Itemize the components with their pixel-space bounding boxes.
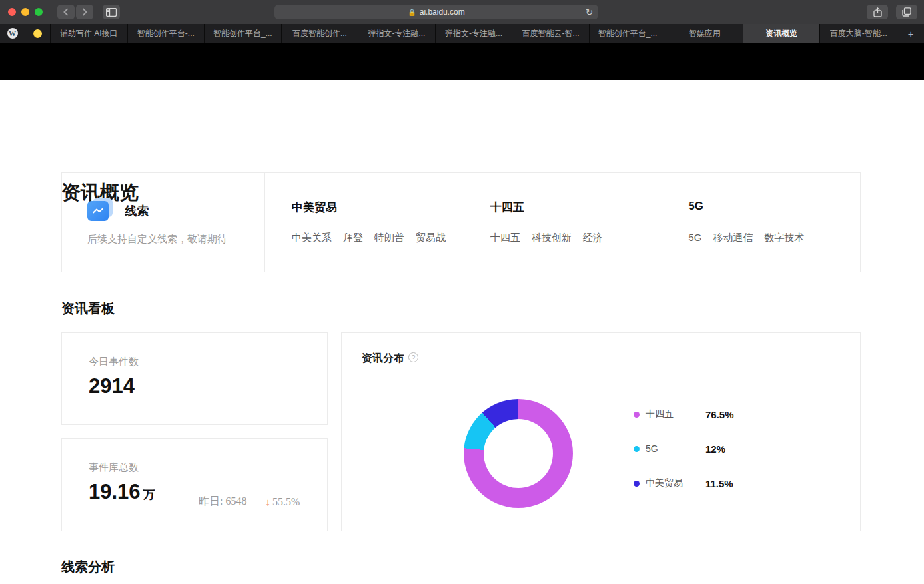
legend-label: 中美贸易: [646, 477, 705, 489]
tab-8[interactable]: 智媒应用: [666, 24, 743, 43]
chart-title: 资讯分布?: [362, 352, 418, 366]
legend-row: 中美贸易 11.5%: [634, 477, 787, 490]
back-button[interactable]: [57, 5, 75, 19]
clue-card-title: 线索: [125, 203, 149, 219]
legend-row: 十四五 76.5%: [634, 408, 787, 421]
analysis-section-title: 线索分析: [61, 558, 115, 576]
stat-label: 今日事件数: [89, 356, 139, 368]
wordpress-icon: W: [7, 28, 18, 39]
tab-label: 百度智能创作...: [292, 28, 347, 39]
tab-overview-button[interactable]: [896, 5, 917, 19]
help-icon[interactable]: ?: [408, 352, 418, 362]
topic-title: 5G: [688, 200, 860, 213]
topic-card-shisiwu[interactable]: 十四五 十四五 科技创新 经济: [464, 173, 662, 272]
stat-value: 2914: [89, 374, 135, 398]
topic-tag: 科技创新: [532, 232, 572, 244]
topic-tag: 数字技术: [764, 232, 804, 244]
pinned-tab-favicon[interactable]: [25, 24, 51, 43]
tab-4[interactable]: 弹指文-专注融...: [358, 24, 436, 43]
tab-active-zixun-gailan[interactable]: 资讯概览: [743, 24, 821, 43]
legend-dot: [634, 412, 640, 418]
app-header: 资讯概览: [0, 43, 924, 80]
lock-icon: 🔒: [408, 9, 416, 16]
chart-title-text: 资讯分布: [362, 352, 404, 364]
tab-label: 智能创作平台_...: [213, 28, 272, 39]
tab-0[interactable]: 辅助写作 AI接口: [51, 24, 128, 43]
topic-tag: 中美关系: [292, 232, 332, 244]
legend-label: 十四五: [646, 408, 705, 420]
traffic-lights: [8, 8, 43, 16]
legend-dot: [634, 481, 640, 487]
tab-1[interactable]: 智能创作平台-...: [128, 24, 205, 43]
tab-6[interactable]: 百度智能云-智...: [512, 24, 590, 43]
stat-value: 19.16万: [89, 480, 155, 504]
dashboard-section-title: 资讯看板: [61, 300, 115, 318]
chevron-left-icon: [63, 8, 69, 16]
new-tab-button[interactable]: +: [897, 24, 924, 43]
tab-5[interactable]: 弹指文-专注融...: [436, 24, 513, 43]
topic-tag: 经济: [583, 232, 603, 244]
page-content: 资讯概览 线索 后续支持自定义线索，敬请期待 中美贸易 中美关系 拜登 特朗普 …: [0, 80, 924, 584]
yellow-dot-favicon: [33, 29, 42, 38]
reload-icon[interactable]: ↻: [586, 7, 593, 17]
legend-value: 12%: [705, 443, 725, 455]
total-events-card: 事件库总数 19.16万 昨日: 6548 ↓ 55.5%: [61, 438, 328, 531]
zoom-window-button[interactable]: [35, 8, 43, 16]
tab-label: 资讯概览: [765, 28, 797, 39]
tab-label: 弹指文-专注融...: [368, 28, 425, 39]
distribution-card: 资讯分布? 十四五 76.5% 5G 12% 中美贸易 11.5%: [341, 332, 861, 531]
legend-value: 11.5%: [705, 478, 733, 489]
share-button[interactable]: [867, 5, 888, 19]
down-arrow-icon: ↓: [265, 496, 270, 507]
change-percent: 55.5%: [272, 496, 300, 508]
tab-label: 弹指文-专注融...: [445, 28, 502, 39]
stat-value-unit: 万: [143, 488, 155, 501]
stat-value-number: 19.16: [89, 480, 141, 503]
divider: [61, 145, 861, 145]
topic-title: 中美贸易: [292, 200, 464, 215]
tab-3[interactable]: 百度智能创作...: [282, 24, 359, 43]
topic-tag: 特朗普: [374, 232, 404, 244]
tabs-icon: [902, 7, 911, 17]
topic-tag: 5G: [688, 232, 701, 244]
tab-label: 辅助写作 AI接口: [60, 28, 118, 39]
tab-label: 智能创作平台-...: [137, 28, 195, 39]
forward-button[interactable]: [76, 5, 93, 19]
address-url: ai.baidu.com: [420, 7, 465, 17]
today-events-card: 今日事件数 2914: [61, 332, 328, 425]
tab-bar: W 辅助写作 AI接口 智能创作平台-... 智能创作平台_... 百度智能创作…: [0, 24, 924, 43]
address-bar[interactable]: 🔒 ai.baidu.com ↻: [274, 5, 598, 19]
minimize-window-button[interactable]: [21, 8, 29, 16]
tab-10[interactable]: 百度大脑-智能...: [820, 24, 897, 43]
clue-card-subtitle: 后续支持自定义线索，敬请期待: [87, 233, 227, 246]
legend-dot: [634, 446, 640, 452]
topic-card-zhongmei[interactable]: 中美贸易 中美关系 拜登 特朗普 贸易战: [265, 173, 464, 272]
yesterday-value: 昨日: 6548: [199, 495, 246, 509]
browser-toolbar: 🔒 ai.baidu.com ↻: [0, 0, 924, 24]
topic-title: 十四五: [490, 200, 662, 215]
tab-2[interactable]: 智能创作平台_...: [205, 24, 282, 43]
donut-chart: [464, 399, 573, 508]
trend-line-icon: [87, 198, 113, 221]
close-window-button[interactable]: [8, 8, 16, 16]
legend-value: 76.5%: [705, 409, 734, 420]
topic-card-5g[interactable]: 5G 5G 移动通信 数字技术: [662, 173, 860, 272]
topics-row: 线索 后续支持自定义线索，敬请期待 中美贸易 中美关系 拜登 特朗普 贸易战 十…: [61, 172, 861, 272]
chart-legend: 十四五 76.5% 5G 12% 中美贸易 11.5%: [634, 408, 787, 511]
yesterday-row: 昨日: 6548 ↓ 55.5%: [199, 495, 300, 509]
topic-tag: 移动通信: [713, 232, 753, 244]
share-icon: [873, 7, 882, 17]
topic-tag: 十四五: [490, 232, 520, 244]
topic-tag: 贸易战: [416, 232, 446, 244]
clue-card: 线索 后续支持自定义线索，敬请期待: [62, 173, 265, 272]
tab-label: 百度智能云-智...: [522, 28, 580, 39]
sidebar-icon: [106, 8, 117, 17]
pinned-tab-wordpress[interactable]: W: [0, 24, 25, 43]
topic-tag: 拜登: [343, 232, 363, 244]
legend-row: 5G 12%: [634, 442, 787, 455]
sidebar-toggle-button[interactable]: [103, 5, 120, 19]
legend-label: 5G: [646, 443, 705, 454]
tab-7[interactable]: 智能创作平台_...: [590, 24, 667, 43]
tab-label: 智媒应用: [689, 28, 721, 39]
tab-label: 智能创作平台_...: [598, 28, 658, 39]
